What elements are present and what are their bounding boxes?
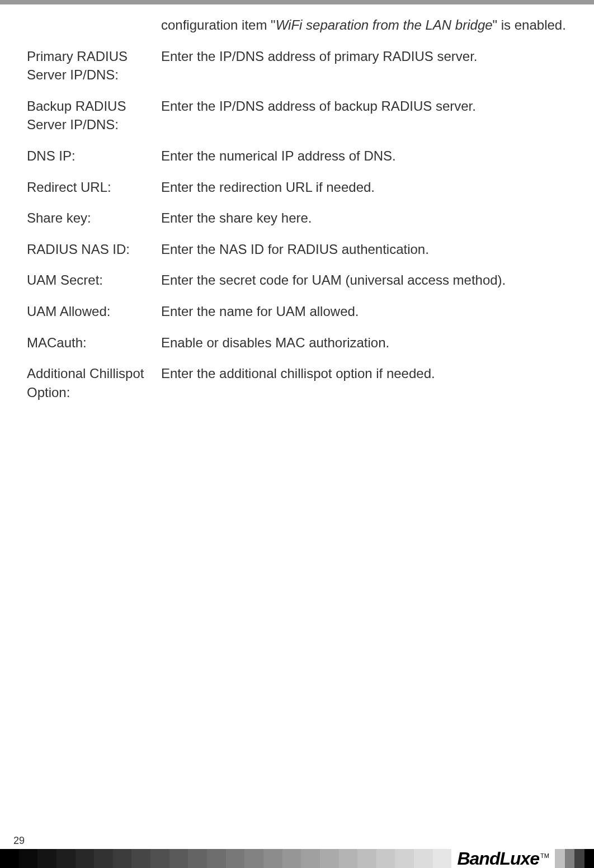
field-description: Enter the name for UAM allowed. xyxy=(150,302,567,321)
gradient-block xyxy=(226,849,245,868)
gradient-block xyxy=(113,849,132,868)
gradient-block xyxy=(565,849,575,868)
logo-text: BandLuxe xyxy=(457,848,539,869)
gradient-block xyxy=(339,849,358,868)
gradient-block xyxy=(244,849,263,868)
gradient-bar xyxy=(0,849,451,868)
intro-suffix: " is enabled. xyxy=(493,17,566,32)
gradient-block xyxy=(131,849,150,868)
intro-prefix: configuration item " xyxy=(161,17,276,32)
content-area: configuration item "WiFi separation from… xyxy=(0,16,594,402)
gradient-block xyxy=(395,849,414,868)
table-row: UAM Allowed: Enter the name for UAM allo… xyxy=(27,302,567,321)
intro-row: configuration item "WiFi separation from… xyxy=(27,16,567,35)
field-description: Enter the redirection URL if needed. xyxy=(150,178,567,197)
field-label: DNS IP: xyxy=(27,147,150,166)
trademark-symbol: TM xyxy=(540,852,549,859)
gradient-block xyxy=(76,849,95,868)
gradient-block xyxy=(282,849,301,868)
intro-italic: WiFi separation from the LAN bridge xyxy=(276,17,493,32)
page-footer: 29 BandLuxe TM xyxy=(0,835,594,868)
gradient-block xyxy=(188,849,207,868)
field-label: UAM Allowed: xyxy=(27,302,150,321)
field-description: Enter the share key here. xyxy=(150,209,567,228)
field-description: Enter the IP/DNS address of primary RADI… xyxy=(150,47,567,84)
gradient-block xyxy=(357,849,376,868)
intro-text: configuration item "WiFi separation from… xyxy=(150,16,567,35)
table-row: Additional Chillispot Option: Enter the … xyxy=(27,364,567,402)
table-row: Redirect URL: Enter the redirection URL … xyxy=(27,178,567,197)
table-row: UAM Secret: Enter the secret code for UA… xyxy=(27,271,567,290)
field-label: Share key: xyxy=(27,209,150,228)
gradient-block xyxy=(169,849,188,868)
gradient-block xyxy=(574,849,584,868)
field-description: Enter the NAS ID for RADIUS authenticati… xyxy=(150,240,567,259)
table-row: DNS IP: Enter the numerical IP address o… xyxy=(27,147,567,166)
field-label: Additional Chillispot Option: xyxy=(27,364,150,402)
footer-bar: BandLuxe TM xyxy=(0,849,594,868)
field-label: Primary RADIUS Server IP/DNS: xyxy=(27,47,150,84)
field-description: Enter the additional chillispot option i… xyxy=(150,364,567,402)
field-description: Enter the IP/DNS address of backup RADIU… xyxy=(150,97,567,134)
table-row: MACauth: Enable or disables MAC authoriz… xyxy=(27,333,567,352)
gradient-block xyxy=(207,849,226,868)
page-number: 29 xyxy=(0,835,594,847)
gradient-block xyxy=(94,849,113,868)
intro-spacer xyxy=(27,16,150,35)
table-row: Primary RADIUS Server IP/DNS: Enter the … xyxy=(27,47,567,84)
gradient-block xyxy=(584,849,595,868)
field-label: MACauth: xyxy=(27,333,150,352)
gradient-block xyxy=(414,849,433,868)
right-gradient-bar xyxy=(555,849,594,868)
field-description: Enable or disables MAC authorization. xyxy=(150,333,567,352)
table-row: Share key: Enter the share key here. xyxy=(27,209,567,228)
gradient-block xyxy=(301,849,320,868)
top-divider xyxy=(0,0,594,4)
gradient-block xyxy=(37,849,56,868)
field-label: Redirect URL: xyxy=(27,178,150,197)
field-label: RADIUS NAS ID: xyxy=(27,240,150,259)
brand-logo: BandLuxe TM xyxy=(451,849,555,868)
table-row: Backup RADIUS Server IP/DNS: Enter the I… xyxy=(27,97,567,134)
gradient-block xyxy=(56,849,76,868)
gradient-block xyxy=(0,849,19,868)
table-row: RADIUS NAS ID: Enter the NAS ID for RADI… xyxy=(27,240,567,259)
field-label: UAM Secret: xyxy=(27,271,150,290)
gradient-block xyxy=(376,849,395,868)
field-description: Enter the secret code for UAM (universal… xyxy=(150,271,567,290)
gradient-block xyxy=(150,849,169,868)
gradient-block xyxy=(555,849,565,868)
gradient-block xyxy=(19,849,38,868)
field-description: Enter the numerical IP address of DNS. xyxy=(150,147,567,166)
gradient-block xyxy=(320,849,339,868)
field-label: Backup RADIUS Server IP/DNS: xyxy=(27,97,150,134)
gradient-block xyxy=(433,849,452,868)
gradient-block xyxy=(263,849,282,868)
